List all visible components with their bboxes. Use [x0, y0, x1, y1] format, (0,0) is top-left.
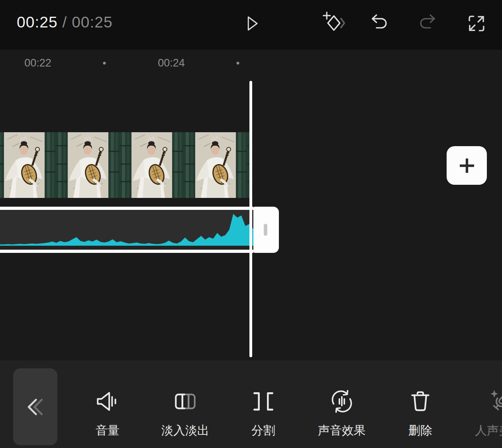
time-display: 00:25 / 00:25 — [17, 14, 113, 31]
play-button[interactable] — [239, 11, 265, 36]
video-thumbnail — [56, 132, 120, 198]
trim-handle-right[interactable] — [253, 207, 279, 253]
fullscreen-button[interactable] — [464, 11, 489, 36]
voice-beautify-icon — [486, 388, 502, 415]
bottom-toolbar: 音量 淡入淡出 分割 声音效果 删除 人声美化 — [0, 360, 502, 448]
trash-icon — [407, 388, 433, 415]
video-thumbnail — [183, 132, 247, 198]
waveform-shape — [0, 214, 253, 246]
toolbar-item-fade[interactable]: 淡入淡出 — [153, 388, 217, 439]
audio-waveform — [0, 210, 253, 250]
ruler-time-label: 00:22 — [24, 56, 51, 70]
toolbar-item-label: 人声美化 — [475, 423, 502, 439]
time-current: 00:25 — [17, 14, 58, 31]
toolbar-item-split[interactable]: 分割 — [231, 388, 295, 439]
fade-icon — [172, 388, 198, 415]
redo-icon — [416, 12, 437, 34]
keyframe-icon — [322, 11, 346, 35]
toolbar-item-label: 分割 — [251, 423, 275, 439]
video-editor-screen: 00:25 / 00:25 00:2200:24 — [0, 0, 502, 448]
audio-track[interactable] — [0, 207, 279, 253]
toolbar-item-label: 声音效果 — [318, 423, 366, 439]
toolbar-item-label: 音量 — [96, 423, 120, 439]
plus-icon — [457, 156, 477, 176]
video-track[interactable] — [0, 132, 250, 198]
video-thumbnail — [0, 132, 56, 198]
time-total: 00:25 — [72, 14, 113, 31]
toolbar-item-voice-beautify[interactable]: 人声美化 — [467, 388, 502, 439]
sound-effects-icon — [329, 388, 355, 415]
split-icon — [250, 388, 276, 415]
ruler-time-label: 00:24 — [158, 56, 185, 70]
video-thumbnail — [120, 132, 183, 198]
toolbar-item-sound-effects[interactable]: 声音效果 — [310, 388, 374, 439]
undo-icon — [370, 12, 391, 34]
toolbar-item-volume[interactable]: 音量 — [76, 388, 139, 439]
add-clip-button[interactable] — [447, 146, 487, 185]
undo-button[interactable] — [368, 10, 393, 36]
top-bar: 00:25 / 00:25 — [0, 0, 502, 50]
back-chevrons-icon — [24, 395, 47, 419]
back-button[interactable] — [13, 368, 57, 445]
timeline-ruler: 00:2200:24 — [0, 56, 502, 70]
playhead[interactable] — [249, 81, 252, 357]
speaker-icon — [94, 388, 121, 415]
fullscreen-icon — [466, 13, 487, 34]
trim-handle-grip — [264, 224, 267, 236]
time-separator: / — [58, 14, 72, 31]
toolbar-item-label: 淡入淡出 — [161, 423, 209, 439]
ruler-dot — [237, 62, 239, 65]
add-keyframe-button[interactable] — [321, 10, 347, 35]
play-icon — [242, 13, 263, 34]
ruler-dot — [103, 62, 106, 65]
audio-clip-selected[interactable] — [0, 207, 253, 253]
toolbar-item-delete[interactable]: 删除 — [388, 388, 452, 439]
toolbar-item-label: 删除 — [408, 423, 432, 439]
redo-button[interactable] — [414, 10, 439, 36]
